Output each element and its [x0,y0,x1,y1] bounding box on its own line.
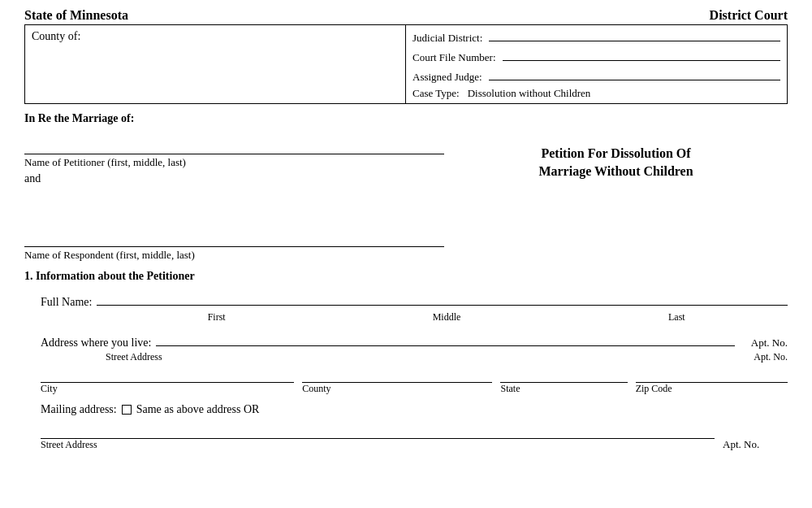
respondent-name-line [24,229,444,247]
city-underline [41,368,294,383]
address-section: Address where you live: Apt. No. Street … [41,332,788,363]
mailing-row: Mailing address: Same as above address O… [41,403,788,416]
city-county-row: City County State Zip Code [41,368,788,395]
petitioner-left: Name of Petitioner (first, middle, last)… [24,137,444,262]
state-underline [500,368,627,383]
state-field: State [500,368,627,395]
in-re-text: In Re the Marriage of: [24,112,788,125]
zip-underline [636,368,788,383]
court-file-label: Court File Number: [412,51,496,64]
middle-label: Middle [433,311,461,323]
apt-no-label: Apt. No. [751,336,788,350]
county-label: County of: [32,30,80,42]
zip-field: Zip Code [636,368,788,395]
mailing-label: Mailing address: [41,403,117,416]
city-field: City [41,368,294,395]
last-label: Last [668,311,685,323]
case-type-value: Dissolution without Children [468,87,591,100]
state-title: State of Minnesota [24,8,128,23]
city-label: City [41,383,294,395]
petitioner-name-label: Name of Petitioner (first, middle, last) [24,156,444,169]
same-address-checkbox[interactable] [122,405,132,415]
assigned-judge-label: Assigned Judge: [412,71,482,84]
court-info-box: County of: Judicial District: Court File… [24,24,788,104]
state-label: State [500,383,627,395]
right-info-cell: Judicial District: Court File Number: As… [406,25,787,103]
bottom-apt-label: Apt. No. [723,438,759,451]
mailing-same-text: Same as above address OR [136,403,260,416]
bottom-address-section: Street Address Apt. No. [41,424,788,451]
apt-no-sub-label: Apt. No. [754,351,788,363]
bottom-street-label: Street Address [41,439,715,451]
page-header: State of Minnesota District Court [24,8,788,23]
court-title: District Court [710,8,788,23]
petitioner-name-line [24,137,444,154]
petitioner-section: Name of Petitioner (first, middle, last)… [24,137,788,262]
county-underline [302,368,492,383]
address-label: Address where you live: [41,336,151,350]
petition-title-block: Petition For Dissolution Of Marriage Wit… [444,137,788,181]
county-label: County [302,383,492,395]
section1-heading: 1. Information about the Petitioner [24,270,788,283]
first-label: First [208,311,226,323]
full-name-label: Full Name: [41,296,92,309]
judicial-district-label: Judicial District: [412,32,482,45]
respondent-name-label: Name of Respondent (first, middle, last) [24,249,444,262]
zip-label: Zip Code [636,383,788,395]
county-field: County [302,368,492,395]
case-type-label: Case Type: [412,87,460,100]
county-cell: County of: [25,25,406,103]
street-address-sub-label: Street Address [106,351,162,363]
and-text: and [24,172,444,185]
petition-title: Petition For Dissolution Of Marriage Wit… [444,145,788,181]
full-name-section: Full Name: First Middle Last [41,291,788,323]
